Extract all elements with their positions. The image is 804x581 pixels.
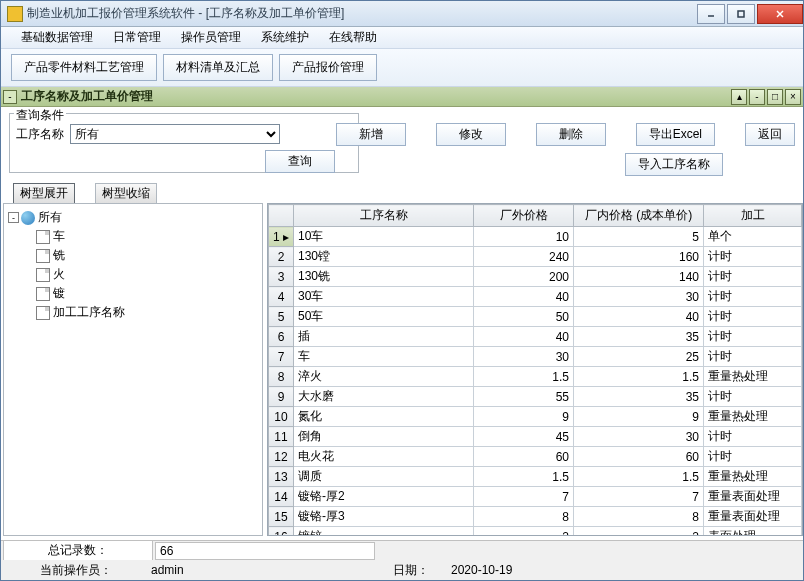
table-row[interactable]: 12 电火花6060计时 bbox=[269, 447, 802, 467]
cell-name[interactable]: 10车 bbox=[294, 227, 474, 247]
cell-type[interactable]: 计时 bbox=[704, 267, 802, 287]
search-button[interactable]: 查询 bbox=[265, 150, 335, 173]
cell-name[interactable]: 镀锌 bbox=[294, 527, 474, 537]
delete-button[interactable]: 删除 bbox=[536, 123, 606, 146]
table-row[interactable]: 9 大水磨5535计时 bbox=[269, 387, 802, 407]
cell-name[interactable]: 氮化 bbox=[294, 407, 474, 427]
new-button[interactable]: 新增 bbox=[336, 123, 406, 146]
cell-out[interactable]: 45 bbox=[474, 427, 574, 447]
cell-in[interactable]: 60 bbox=[574, 447, 704, 467]
cell-type[interactable]: 计时 bbox=[704, 327, 802, 347]
tool-material-process[interactable]: 产品零件材料工艺管理 bbox=[11, 54, 157, 81]
cell-name[interactable]: 50车 bbox=[294, 307, 474, 327]
table-row[interactable]: 6 插4035计时 bbox=[269, 327, 802, 347]
table-row[interactable]: 16 镀锌22表面处理 bbox=[269, 527, 802, 537]
subwindow-up-button[interactable]: ▴ bbox=[731, 89, 747, 105]
cell-in[interactable]: 35 bbox=[574, 327, 704, 347]
table-row[interactable]: 1 ▸10车105单个 bbox=[269, 227, 802, 247]
cell-type[interactable]: 重量表面处理 bbox=[704, 507, 802, 527]
cell-out[interactable]: 60 bbox=[474, 447, 574, 467]
cell-out[interactable]: 1.5 bbox=[474, 367, 574, 387]
cell-out[interactable]: 1.5 bbox=[474, 467, 574, 487]
cell-name[interactable]: 淬火 bbox=[294, 367, 474, 387]
cell-out[interactable]: 40 bbox=[474, 327, 574, 347]
menu-system[interactable]: 系统维护 bbox=[251, 27, 319, 48]
cell-out[interactable]: 10 bbox=[474, 227, 574, 247]
tree-root[interactable]: - 所有 bbox=[8, 208, 258, 227]
cell-name[interactable]: 130铣 bbox=[294, 267, 474, 287]
table-row[interactable]: 14 镀铬-厚277重量表面处理 bbox=[269, 487, 802, 507]
table-row[interactable]: 8 淬火1.51.5重量热处理 bbox=[269, 367, 802, 387]
subwindow-minimize-button[interactable]: - bbox=[749, 89, 765, 105]
cell-in[interactable]: 8 bbox=[574, 507, 704, 527]
cell-type[interactable]: 重量热处理 bbox=[704, 467, 802, 487]
cell-out[interactable]: 50 bbox=[474, 307, 574, 327]
cell-name[interactable]: 镀铬-厚2 bbox=[294, 487, 474, 507]
cell-name[interactable]: 电火花 bbox=[294, 447, 474, 467]
cell-name[interactable]: 车 bbox=[294, 347, 474, 367]
cell-type[interactable]: 单个 bbox=[704, 227, 802, 247]
subwindow-maximize-button[interactable]: □ bbox=[767, 89, 783, 105]
cell-type[interactable]: 计时 bbox=[704, 307, 802, 327]
cell-name[interactable]: 倒角 bbox=[294, 427, 474, 447]
cell-type[interactable]: 计时 bbox=[704, 287, 802, 307]
edit-button[interactable]: 修改 bbox=[436, 123, 506, 146]
data-grid[interactable]: 工序名称 厂外价格 厂内价格 (成本单价) 加工 1 ▸10车105单个2 13… bbox=[267, 203, 803, 536]
menu-basic-data[interactable]: 基础数据管理 bbox=[11, 27, 103, 48]
cell-in[interactable]: 7 bbox=[574, 487, 704, 507]
tree-item[interactable]: 铣 bbox=[8, 246, 258, 265]
cell-name[interactable]: 镀铬-厚3 bbox=[294, 507, 474, 527]
table-row[interactable]: 10 氮化99重量热处理 bbox=[269, 407, 802, 427]
cell-in[interactable]: 1.5 bbox=[574, 467, 704, 487]
cell-type[interactable]: 计时 bbox=[704, 427, 802, 447]
menu-operator[interactable]: 操作员管理 bbox=[171, 27, 251, 48]
cell-in[interactable]: 140 bbox=[574, 267, 704, 287]
cell-in[interactable]: 5 bbox=[574, 227, 704, 247]
tree-item[interactable]: 镀 bbox=[8, 284, 258, 303]
cell-in[interactable]: 1.5 bbox=[574, 367, 704, 387]
menu-daily[interactable]: 日常管理 bbox=[103, 27, 171, 48]
col-out-price[interactable]: 厂外价格 bbox=[474, 205, 574, 227]
collapse-icon[interactable]: - bbox=[8, 212, 19, 223]
col-name[interactable]: 工序名称 bbox=[294, 205, 474, 227]
subwindow-close-button[interactable]: × bbox=[785, 89, 801, 105]
cell-type[interactable]: 表面处理 bbox=[704, 527, 802, 537]
col-type[interactable]: 加工 bbox=[704, 205, 802, 227]
cell-out[interactable]: 2 bbox=[474, 527, 574, 537]
table-row[interactable]: 11 倒角4530计时 bbox=[269, 427, 802, 447]
cell-in[interactable]: 35 bbox=[574, 387, 704, 407]
table-row[interactable]: 15 镀铬-厚388重量表面处理 bbox=[269, 507, 802, 527]
export-button[interactable]: 导出Excel bbox=[636, 123, 715, 146]
table-row[interactable]: 3 130铣200140计时 bbox=[269, 267, 802, 287]
cell-name[interactable]: 插 bbox=[294, 327, 474, 347]
back-button[interactable]: 返回 bbox=[745, 123, 795, 146]
cell-type[interactable]: 计时 bbox=[704, 447, 802, 467]
tree-item[interactable]: 火 bbox=[8, 265, 258, 284]
cell-out[interactable]: 40 bbox=[474, 287, 574, 307]
cell-name[interactable]: 130镗 bbox=[294, 247, 474, 267]
cell-in[interactable]: 40 bbox=[574, 307, 704, 327]
cell-out[interactable]: 240 bbox=[474, 247, 574, 267]
cell-in[interactable]: 9 bbox=[574, 407, 704, 427]
table-row[interactable]: 7 车3025计时 bbox=[269, 347, 802, 367]
minimize-button[interactable] bbox=[697, 4, 725, 24]
cell-in[interactable]: 2 bbox=[574, 527, 704, 537]
cell-name[interactable]: 30车 bbox=[294, 287, 474, 307]
tree-collapse-button[interactable]: 树型收缩 bbox=[95, 183, 157, 204]
tool-quote[interactable]: 产品报价管理 bbox=[279, 54, 377, 81]
table-row[interactable]: 13 调质1.51.5重量热处理 bbox=[269, 467, 802, 487]
import-button[interactable]: 导入工序名称 bbox=[625, 153, 723, 176]
cell-name[interactable]: 大水磨 bbox=[294, 387, 474, 407]
table-row[interactable]: 4 30车4030计时 bbox=[269, 287, 802, 307]
cell-type[interactable]: 重量热处理 bbox=[704, 367, 802, 387]
cell-in[interactable]: 30 bbox=[574, 427, 704, 447]
close-button[interactable] bbox=[757, 4, 803, 24]
tree-expand-button[interactable]: 树型展开 bbox=[13, 183, 75, 204]
tree-item[interactable]: 加工工序名称 bbox=[8, 303, 258, 322]
process-name-select[interactable]: 所有 bbox=[70, 124, 280, 144]
cell-in[interactable]: 30 bbox=[574, 287, 704, 307]
cell-out[interactable]: 8 bbox=[474, 507, 574, 527]
maximize-button[interactable] bbox=[727, 4, 755, 24]
cell-out[interactable]: 7 bbox=[474, 487, 574, 507]
cell-type[interactable]: 重量表面处理 bbox=[704, 487, 802, 507]
